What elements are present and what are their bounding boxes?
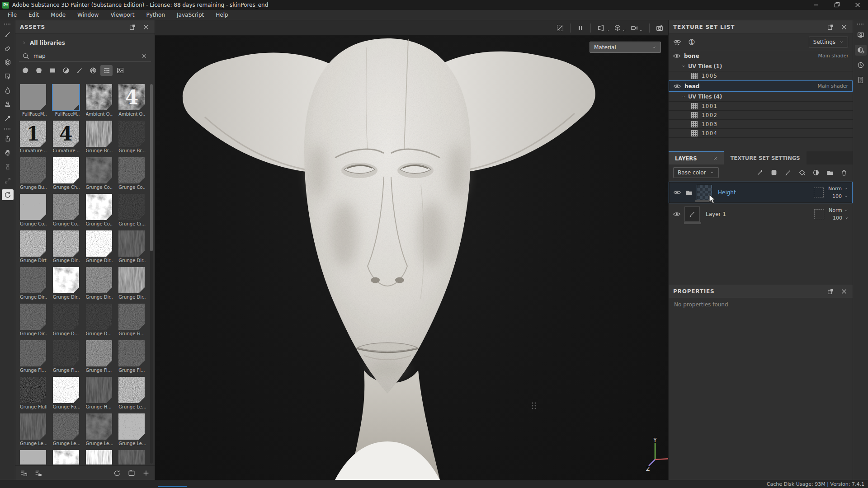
- material-picker-tool[interactable]: [2, 113, 14, 124]
- brushes-filter[interactable]: [73, 65, 85, 76]
- asset-item[interactable]: Grunge Br...: [118, 121, 146, 153]
- opacity-select[interactable]: 100: [832, 193, 848, 199]
- uv-tile-1001[interactable]: 1001: [669, 102, 853, 111]
- asset-item[interactable]: Grunge Co...: [20, 194, 47, 226]
- blend-mode-select[interactable]: Norm: [828, 186, 848, 192]
- texture-set-head[interactable]: head Main shader: [669, 80, 853, 92]
- asset-item[interactable]: Grunge Fo...: [53, 377, 80, 409]
- layer-visibility-toggle[interactable]: [673, 188, 681, 197]
- asset-item[interactable]: Grunge Fluff: [20, 377, 47, 409]
- asset-thumbnail[interactable]: [86, 304, 112, 330]
- asset-thumbnail[interactable]: 4: [53, 121, 79, 147]
- asset-item[interactable]: 4 Ambient O...: [118, 84, 146, 117]
- menu-window[interactable]: Window: [71, 10, 104, 19]
- asset-item[interactable]: Grunge D...: [86, 304, 113, 336]
- asset-item[interactable]: Grunge Cr...: [118, 194, 146, 226]
- clone-tool[interactable]: [2, 99, 14, 110]
- asset-item[interactable]: Grunge Bu...: [20, 157, 47, 190]
- layer-mask-slot[interactable]: [814, 188, 824, 197]
- close-button[interactable]: [847, 0, 868, 10]
- materials-filter[interactable]: [19, 65, 31, 76]
- asset-item[interactable]: _FullFaceM...: [20, 84, 47, 117]
- maximize-button[interactable]: [826, 0, 847, 10]
- asset-thumbnail[interactable]: [20, 84, 46, 110]
- asset-item[interactable]: Grunge Fi...: [20, 340, 47, 373]
- resources-updater-button[interactable]: [2, 189, 14, 200]
- asset-thumbnail[interactable]: [20, 304, 46, 330]
- eraser-tool[interactable]: [2, 43, 14, 54]
- uv-tile-1004[interactable]: 1004: [669, 129, 853, 138]
- asset-item[interactable]: Grunge Le...: [118, 413, 146, 446]
- asset-thumbnail[interactable]: 4: [118, 84, 145, 110]
- asset-item[interactable]: Grunge Fi...: [86, 340, 113, 373]
- asset-thumbnail[interactable]: 1: [20, 121, 46, 147]
- asset-item[interactable]: Grunge Co...: [86, 194, 113, 226]
- close-panel-icon[interactable]: [840, 287, 848, 296]
- uv-tiles-toggle-bone[interactable]: UV Tiles (1): [669, 61, 853, 71]
- asset-item[interactable]: Grunge Br...: [86, 121, 113, 153]
- asset-item[interactable]: 4 Curvature ...: [53, 121, 80, 153]
- asset-thumbnail[interactable]: [118, 340, 145, 366]
- layer-name[interactable]: Height: [718, 189, 736, 196]
- close-panel-icon[interactable]: [840, 23, 848, 31]
- asset-item[interactable]: Grunge Dir...: [118, 267, 146, 300]
- layer-row-layer-1[interactable]: Layer 1 Norm 100: [669, 203, 853, 225]
- uv-tile-1005[interactable]: 1005: [669, 71, 853, 80]
- layer-thumbnail[interactable]: [684, 206, 700, 222]
- assets-scrollbar[interactable]: [150, 84, 153, 464]
- asset-item[interactable]: Grunge D...: [53, 304, 80, 336]
- asset-thumbnail[interactable]: [118, 450, 145, 465]
- smudge-tool[interactable]: [2, 85, 14, 96]
- asset-item[interactable]: [86, 450, 113, 465]
- asset-thumbnail[interactable]: [86, 84, 112, 110]
- tab-texture-set-settings[interactable]: TEXTURE SET SETTINGS: [724, 151, 806, 164]
- asset-item[interactable]: Grunge Dirt: [20, 230, 47, 263]
- asset-item[interactable]: Grunge H...: [86, 377, 113, 409]
- asset-thumbnail[interactable]: [53, 267, 79, 293]
- layer-visibility-toggle[interactable]: [673, 210, 681, 218]
- asset-thumbnail[interactable]: [86, 230, 112, 257]
- asset-thumbnail[interactable]: [53, 377, 79, 403]
- asset-item[interactable]: Grunge Fl...: [118, 340, 146, 373]
- asset-thumbnail[interactable]: [53, 194, 79, 220]
- texture-set-shader[interactable]: Main shader: [818, 53, 849, 59]
- texture-set-shader[interactable]: Main shader: [818, 83, 848, 89]
- asset-item[interactable]: 1 Curvature ...: [20, 121, 47, 153]
- asset-thumbnail[interactable]: [53, 230, 79, 257]
- uv-tile-1003[interactable]: 1003: [669, 120, 853, 129]
- import-resources-button[interactable]: [142, 469, 150, 477]
- asset-thumbnail[interactable]: [86, 377, 112, 403]
- symmetry-toggle[interactable]: [556, 24, 564, 32]
- smart-masks-filter[interactable]: [46, 65, 58, 76]
- add-fill-layer-button[interactable]: [798, 169, 806, 177]
- delete-layer-button[interactable]: [840, 169, 848, 177]
- asset-item[interactable]: Grunge Dir...: [20, 267, 47, 300]
- asset-thumbnail[interactable]: [20, 413, 46, 440]
- channel-filter-dropdown[interactable]: Base color: [673, 167, 719, 178]
- menu-file[interactable]: File: [2, 10, 23, 19]
- add-group-button[interactable]: [826, 169, 834, 177]
- asset-item[interactable]: [118, 450, 146, 465]
- asset-thumbnail[interactable]: [86, 157, 112, 183]
- asset-thumbnail[interactable]: [118, 304, 145, 330]
- asset-thumbnail[interactable]: [118, 230, 145, 257]
- asset-thumbnail[interactable]: [118, 194, 145, 220]
- asset-item[interactable]: Grunge Co...: [86, 157, 113, 190]
- pause-engine-button[interactable]: [576, 24, 585, 32]
- undock-panel-icon[interactable]: [826, 23, 835, 31]
- asset-thumbnail[interactable]: [118, 377, 145, 403]
- asset-item[interactable]: Grunge Dir...: [20, 304, 47, 336]
- uv-tile-1002[interactable]: 1002: [669, 111, 853, 120]
- assets-hand-button[interactable]: [2, 147, 14, 158]
- asset-thumbnail[interactable]: [20, 157, 46, 183]
- menu-mode[interactable]: Mode: [45, 10, 71, 19]
- asset-search[interactable]: map: [19, 50, 151, 62]
- asset-thumbnail[interactable]: [86, 340, 112, 366]
- viewport-3d[interactable]: Material Y X Z: [155, 36, 668, 480]
- visibility-sync-icon[interactable]: [673, 38, 681, 46]
- bake-pending-button[interactable]: [2, 161, 14, 172]
- asset-thumbnail[interactable]: [118, 157, 145, 183]
- asset-item[interactable]: Ambient O...: [86, 84, 113, 117]
- asset-thumbnail[interactable]: [86, 194, 112, 220]
- tab-layers[interactable]: LAYERS: [669, 151, 724, 164]
